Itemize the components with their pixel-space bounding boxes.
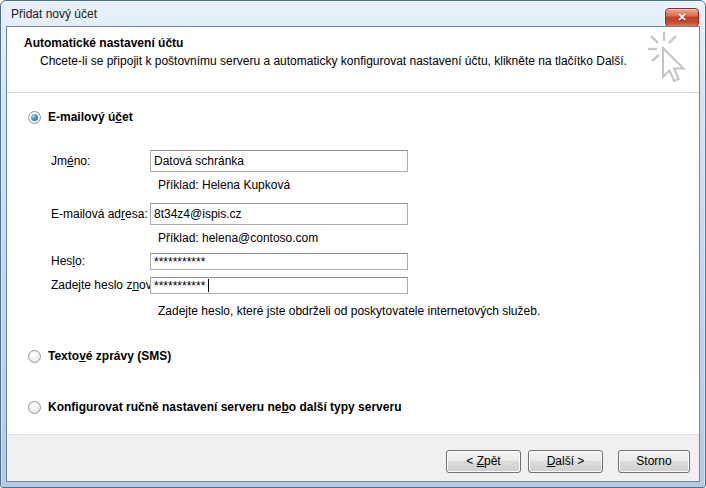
name-hint: Příklad: Helena Kupková <box>158 178 290 192</box>
button-bar: < Zpět Další > Storno <box>7 434 699 481</box>
name-input[interactable] <box>150 150 408 172</box>
radio-email-account[interactable]: E-mailový účet <box>28 110 133 124</box>
click-cursor-icon <box>642 31 688 89</box>
back-button[interactable]: < Zpět <box>446 450 521 473</box>
header-title: Automatické nastavení účtu <box>24 36 183 50</box>
cancel-button[interactable]: Storno <box>618 450 690 473</box>
email-input[interactable] <box>150 203 408 225</box>
next-button[interactable]: Další > <box>528 450 603 473</box>
button-row: < Zpět Další > Storno <box>439 450 690 473</box>
confirm-password-input[interactable] <box>150 277 408 294</box>
dialog-client-area: Automatické nastavení účtu Chcete-li se … <box>6 26 700 482</box>
radio-email-account-label: E-mailový účet <box>48 110 133 124</box>
confirm-password-label: Zadejte heslo znovu: <box>51 278 162 292</box>
radio-manual-setup-label: Konfigurovat ručně nastavení serveru neb… <box>48 400 401 414</box>
header-subtitle: Chcete-li se připojit k poštovnímu serve… <box>40 54 627 68</box>
name-label: Jméno: <box>51 154 90 168</box>
radio-unselected-icon[interactable] <box>28 350 41 363</box>
email-hint: Příklad: helena@contoso.com <box>158 231 318 245</box>
password-label: Heslo: <box>51 254 85 268</box>
window-title: Přidat nový účet <box>11 7 97 21</box>
radio-sms[interactable]: Textové zprávy (SMS) <box>28 349 171 363</box>
title-bar[interactable]: Přidat nový účet <box>1 1 705 26</box>
close-button[interactable]: ✕ <box>665 8 699 27</box>
dialog-window: Přidat nový účet ✕ Automatické nastavení… <box>0 0 706 488</box>
password-input[interactable] <box>150 253 408 270</box>
close-icon: ✕ <box>677 12 686 23</box>
wizard-header: Automatické nastavení účtu Chcete-li se … <box>7 27 699 93</box>
radio-selected-icon[interactable] <box>28 111 41 124</box>
form-area: E-mailový účet Jméno: Příklad: Helena Ku… <box>7 93 699 434</box>
radio-manual-setup[interactable]: Konfigurovat ručně nastavení serveru neb… <box>28 400 401 414</box>
text-caret <box>208 279 209 292</box>
radio-unselected-icon[interactable] <box>28 401 41 414</box>
email-label: E-mailová adresa: <box>51 207 148 221</box>
password-note: Zadejte heslo, které jste obdrželi od po… <box>158 304 540 318</box>
radio-sms-label: Textové zprávy (SMS) <box>48 349 171 363</box>
